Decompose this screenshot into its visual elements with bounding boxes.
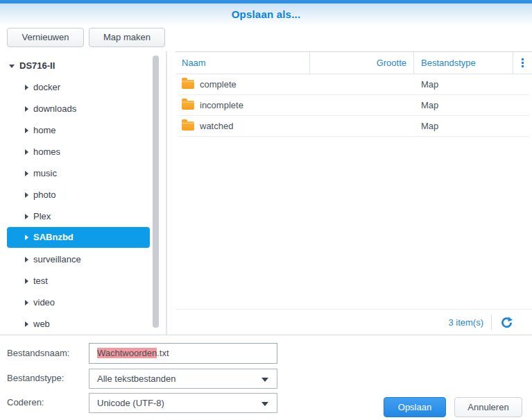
tree-expander-icon[interactable] (25, 300, 28, 305)
encoding-value: Unicode (UTF-8) (97, 398, 164, 408)
tree-item[interactable]: Plex (7, 205, 150, 227)
file-row[interactable]: watched Map (178, 116, 529, 137)
filename-input[interactable]: Wachtwoorden.txt (89, 343, 277, 364)
tree-expander-icon[interactable] (25, 192, 28, 198)
tree-item[interactable]: video (7, 292, 150, 313)
tree-item[interactable]: surveillance (7, 249, 150, 270)
tree-item-label: home (33, 125, 56, 135)
tree-item[interactable]: homes (7, 141, 150, 162)
file-type-cell: Map (414, 79, 513, 90)
tree-item[interactable]: music (7, 162, 150, 184)
tree-item-label: docker (33, 82, 60, 92)
filename-extension-text: .txt (157, 348, 169, 358)
file-row[interactable]: complete Map (178, 74, 529, 95)
tree-root-item[interactable]: DS716-II (0, 56, 166, 76)
tree-item[interactable]: downloads (7, 98, 150, 119)
tree-item-label: homes (33, 146, 60, 157)
folder-tree-items: docker downloads home homes music photo … (0, 76, 166, 335)
tree-item-label: web (33, 319, 50, 329)
create-folder-button[interactable]: Map maken (89, 28, 165, 47)
dialog-titlebar: Opslaan als... (0, 3, 532, 26)
file-name-text: incomplete (200, 100, 243, 110)
tree-item[interactable]: web (7, 313, 150, 335)
column-header-name[interactable]: Naam (175, 52, 310, 74)
save-as-dialog: Opslaan als... Vernieuwen Map maken DS71… (0, 0, 532, 420)
file-name-cell: incomplete (178, 100, 310, 110)
tree-item[interactable]: photo (7, 184, 150, 205)
tree-expander-icon[interactable] (25, 85, 28, 90)
dropdown-arrow-icon (261, 402, 268, 406)
file-table-header: Naam Grootte Bestandstype (175, 52, 532, 74)
tree-expander-icon[interactable] (25, 321, 28, 327)
file-type-cell: Map (414, 100, 513, 110)
dialog-title: Opslaan als... (232, 8, 301, 20)
tree-item-label: video (33, 297, 55, 308)
form-separator-line (0, 335, 532, 335)
folder-icon (182, 121, 194, 131)
column-menu-icon[interactable] (513, 52, 531, 74)
tree-expanded-icon[interactable] (9, 65, 15, 68)
refresh-button[interactable]: Vernieuwen (7, 28, 84, 47)
tree-item[interactable]: test (7, 270, 150, 292)
tree-item-label: SABnzbd (33, 232, 74, 242)
tree-expander-icon[interactable] (25, 214, 28, 219)
tree-item-label: photo (33, 190, 56, 200)
save-button[interactable]: Opslaan (384, 397, 446, 417)
tree-item[interactable]: home (7, 119, 150, 141)
filetype-value: Alle tekstbestanden (97, 373, 175, 384)
tree-item-label: music (33, 168, 57, 178)
tree-root-label: DS716-II (19, 60, 55, 71)
tree-expander-icon[interactable] (25, 257, 28, 262)
tree-expander-icon[interactable] (25, 128, 28, 133)
folder-tree: DS716-II docker downloads home homes mus… (0, 56, 166, 335)
folder-icon (182, 80, 194, 89)
column-header-size[interactable]: Grootte (310, 52, 414, 74)
folder-icon (182, 101, 194, 110)
file-list: complete Map incomplete Map watched Map (175, 74, 532, 137)
tree-item-label: surveillance (33, 254, 81, 264)
pane-divider (166, 51, 167, 335)
tree-expander-icon[interactable] (25, 278, 28, 284)
item-count: 3 item(s) (448, 317, 483, 328)
status-divider (491, 314, 492, 330)
filetype-dropdown[interactable]: Alle tekstbestanden (89, 369, 277, 389)
tree-item[interactable]: docker (7, 76, 150, 98)
cancel-button[interactable]: Annuleren (454, 397, 522, 417)
encoding-label: Coderen: (7, 392, 44, 413)
filename-selected-text: Wachtwoorden (97, 348, 157, 358)
file-type-cell: Map (414, 121, 513, 131)
filename-label: Bestandsnaam: (7, 343, 69, 364)
file-name-cell: watched (178, 121, 310, 131)
tree-expander-icon[interactable] (25, 171, 28, 176)
file-name-text: watched (200, 121, 233, 131)
tree-expander-icon[interactable] (25, 106, 28, 112)
column-header-type[interactable]: Bestandstype (414, 52, 513, 74)
tree-item-label: Plex (33, 211, 51, 221)
file-name-text: complete (200, 79, 237, 90)
tree-item-label: downloads (33, 103, 76, 114)
file-name-cell: complete (178, 79, 310, 90)
file-row[interactable]: incomplete Map (178, 95, 529, 116)
tree-scrollbar-thumb[interactable] (153, 56, 159, 328)
encoding-dropdown[interactable]: Unicode (UTF-8) (89, 393, 277, 413)
status-bar: 3 item(s) (175, 309, 532, 335)
refresh-list-icon[interactable] (499, 315, 513, 329)
tree-item[interactable]: SABnzbd (7, 227, 150, 248)
tree-expander-icon[interactable] (25, 235, 28, 240)
tree-expander-icon[interactable] (25, 149, 28, 155)
filetype-label: Bestandstype: (7, 368, 64, 389)
tree-item-label: test (33, 276, 48, 286)
dropdown-arrow-icon (261, 378, 268, 382)
